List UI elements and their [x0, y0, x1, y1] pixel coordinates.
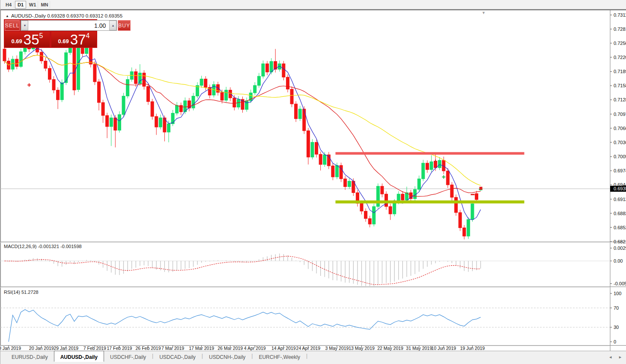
- buy-button[interactable]: BUY: [118, 20, 131, 31]
- sell-price-prefix: 0.69: [12, 38, 22, 44]
- resistance-line[interactable]: [335, 152, 524, 155]
- chart-symbol-title: ▲ AUDUSD-,Daily 0.69328 0.69370 0.69312 …: [6, 13, 122, 18]
- svg-text:0.70050: 0.70050: [614, 154, 626, 159]
- svg-text:0.72810: 0.72810: [614, 27, 626, 32]
- svg-text:7 Feb 2019: 7 Feb 2019: [83, 346, 106, 351]
- volume-stepper: ▼ ▲: [21, 20, 117, 31]
- support-line[interactable]: [335, 201, 524, 204]
- svg-text:0.70665: 0.70665: [614, 126, 626, 131]
- svg-text:0.68210: 0.68210: [614, 239, 626, 244]
- current-price-tag: 0.69355: [610, 186, 626, 192]
- svg-text:0.002984: 0.002984: [614, 246, 626, 251]
- macd-signal-line: [5, 256, 481, 285]
- one-click-trading-panel: SELL ▼ ▲ BUY 0.69 35 5 0.69 37 4: [4, 19, 97, 48]
- macd-pane: 0.0029840.00-0.005256: [0, 246, 626, 286]
- svg-text:10 Jan 2019: 10 Jan 2019: [0, 346, 21, 351]
- svg-text:20 Jan 2019: 20 Jan 2019: [29, 346, 54, 351]
- svg-text:0.69130: 0.69130: [614, 197, 626, 202]
- svg-text:22 May 2019: 22 May 2019: [377, 346, 403, 351]
- svg-text:26 Mar 2019: 26 Mar 2019: [218, 346, 243, 351]
- svg-text:7 Mar 2019: 7 Mar 2019: [161, 346, 184, 351]
- tab-audusd-daily[interactable]: AUDUSD-,Daily: [54, 351, 104, 362]
- one-click-expand-icon[interactable]: ▲: [6, 14, 9, 18]
- rsi-line: [9, 310, 480, 342]
- svg-text:0.68520: 0.68520: [614, 225, 626, 230]
- trade-markers: [27, 83, 482, 195]
- buy-price-main: 37: [70, 33, 86, 46]
- tab-usdcnh-daily[interactable]: USDCNH-,Daily: [203, 351, 251, 361]
- svg-text:0.70360: 0.70360: [614, 140, 626, 145]
- timeframe-h4-button[interactable]: H4: [3, 1, 14, 9]
- svg-text:13 May 2019: 13 May 2019: [349, 346, 375, 351]
- volume-decrease-button[interactable]: ▼: [21, 21, 28, 30]
- svg-text:24 Apr 2019: 24 Apr 2019: [296, 346, 321, 351]
- svg-text:14 Apr 2019: 14 Apr 2019: [271, 346, 296, 351]
- svg-text:17 Mar 2019: 17 Mar 2019: [189, 346, 214, 351]
- svg-text:100: 100: [614, 291, 621, 296]
- svg-text:0: 0: [614, 339, 616, 344]
- svg-text:0.70970: 0.70970: [614, 112, 626, 117]
- chart-region: 0.731150.728100.725050.722000.718900.715…: [0, 9, 626, 351]
- svg-text:0.71585: 0.71585: [614, 83, 626, 88]
- svg-text:3 May 2019: 3 May 2019: [325, 346, 349, 351]
- chart-frame: [0, 10, 626, 351]
- svg-text:0.68825: 0.68825: [614, 211, 626, 216]
- svg-text:17 Feb 2019: 17 Feb 2019: [107, 346, 132, 351]
- svg-text:0.69355: 0.69355: [614, 186, 626, 191]
- tab-scroll-left-icon[interactable]: ◄: [608, 355, 612, 359]
- rsi-label: RSI(14) 51.2728: [4, 290, 39, 295]
- svg-text:0.72200: 0.72200: [614, 55, 626, 60]
- svg-text:0.69745: 0.69745: [614, 168, 626, 173]
- sell-price-display[interactable]: 0.69 35 5: [5, 32, 50, 47]
- svg-text:0.73115: 0.73115: [614, 12, 626, 18]
- price-chart-svg[interactable]: 0.731150.728100.725050.722000.718900.715…: [0, 10, 626, 351]
- svg-text:4 Apr 2019: 4 Apr 2019: [244, 346, 266, 351]
- timeframe-w1-button[interactable]: W1: [27, 1, 38, 9]
- chart-tabbar: EURUSD-,Daily AUDUSD-,Daily USDCHF-,Dail…: [0, 351, 626, 364]
- volume-increase-button[interactable]: ▲: [109, 21, 116, 30]
- tab-scroll-right-icon[interactable]: ►: [618, 355, 622, 359]
- sell-button[interactable]: SELL: [5, 20, 20, 31]
- buy-price-prefix: 0.69: [58, 38, 69, 44]
- date-axis: 10 Jan 201920 Jan 201929 Jan 20197 Feb 2…: [0, 346, 485, 351]
- tab-eurchf-weekly[interactable]: EURCHF-,Weekly: [253, 351, 306, 361]
- buy-price-display[interactable]: 0.69 37 4: [51, 32, 96, 47]
- timeframe-d1-button[interactable]: D1: [15, 1, 26, 9]
- svg-text:0.00: 0.00: [614, 258, 623, 263]
- sell-price-main: 35: [24, 33, 39, 46]
- tab-eurusd-daily[interactable]: EURUSD-,Daily: [6, 351, 54, 361]
- svg-text:26 Feb 2019: 26 Feb 2019: [136, 346, 161, 351]
- svg-text:30: 30: [614, 325, 619, 330]
- svg-text:10 Jun 2019: 10 Jun 2019: [431, 346, 456, 351]
- timeframe-toolbar: H4 D1 W1 MN: [0, 0, 626, 9]
- tab-usdchf-daily[interactable]: USDCHF-,Daily: [104, 351, 152, 361]
- macd-label: MACD(12,26,9) -0.001321 -0.001598: [4, 244, 82, 249]
- svg-text:0.72505: 0.72505: [614, 41, 626, 46]
- volume-input[interactable]: [28, 21, 109, 30]
- svg-text:31 May 2019: 31 May 2019: [406, 346, 432, 351]
- tab-separator: |: [306, 353, 307, 359]
- svg-text:29 Jan 2019: 29 Jan 2019: [54, 346, 78, 351]
- svg-text:0.71280: 0.71280: [614, 97, 626, 102]
- price-axis: 0.731150.728100.725050.722000.718900.715…: [610, 12, 626, 244]
- sell-price-pip: 5: [39, 33, 43, 39]
- chevron-down-icon[interactable]: ▼: [482, 11, 486, 15]
- timeframe-mn-button[interactable]: MN: [39, 1, 50, 9]
- svg-text:70: 70: [614, 305, 619, 311]
- terminal-window: H4 D1 W1 MN 0.731150.728100.725050.72200…: [0, 0, 626, 364]
- symbol-ohlc-text: AUDUSD-,Daily 0.69328 0.69370 0.69312 0.…: [11, 13, 122, 18]
- buy-price-pip: 4: [86, 33, 90, 39]
- svg-text:0.71890: 0.71890: [614, 69, 626, 74]
- svg-text:19 Jun 2019: 19 Jun 2019: [460, 346, 485, 351]
- rsi-pane: 10070300: [0, 291, 621, 344]
- tab-usdcad-daily[interactable]: USDCAD-,Daily: [153, 351, 202, 361]
- svg-text:-0.005256: -0.005256: [614, 281, 626, 286]
- candles-layer: [3, 37, 482, 239]
